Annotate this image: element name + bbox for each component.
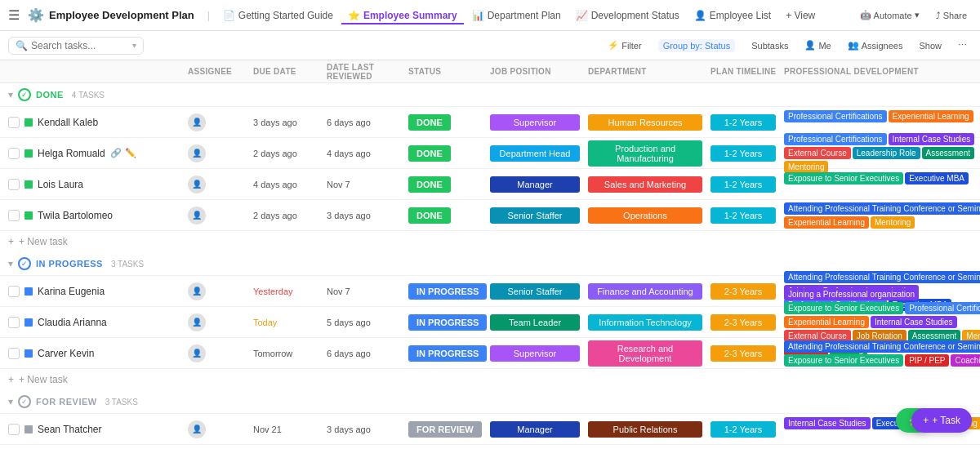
me-btn[interactable]: 👤 Me <box>800 38 835 53</box>
task-assignee: 👤 <box>188 207 253 224</box>
prodev-tag: Attending Professional Training Conferen… <box>784 271 980 283</box>
avatar: 👤 <box>188 345 206 362</box>
task-checkbox[interactable] <box>8 148 20 159</box>
dept-badge: Research and Development <box>588 340 702 367</box>
share-icon: ⤴ <box>936 11 941 20</box>
assignees-btn[interactable]: 👥 Assignees <box>843 38 908 53</box>
table-row[interactable]: Carver Kevin 👤 Tomorrow 6 days ago IN PR… <box>0 338 980 369</box>
more-options-btn[interactable]: ⋯ <box>953 38 972 53</box>
table-row[interactable]: Helga Romuald 🔗✏️ 👤 2 days ago 4 days ag… <box>0 138 980 169</box>
automate-icon: 🤖 <box>860 10 871 20</box>
prodev-tag: Attending Professional Training Conferen… <box>784 202 980 215</box>
job-badge: Team Leader <box>490 314 580 331</box>
col-header-job: JOB POSITION <box>490 67 588 76</box>
dept-badge: Operations <box>588 207 702 224</box>
group-by-btn[interactable]: Group by: Status <box>653 37 741 55</box>
section-toggle-icon[interactable]: ▾ <box>8 396 13 407</box>
task-assignee: 👤 <box>188 420 253 438</box>
add-view-btn[interactable]: + View <box>779 7 822 24</box>
task-name[interactable]: Kendall Kaleb <box>38 117 98 128</box>
hamburger-icon[interactable]: ☰ <box>8 7 20 23</box>
link-icon[interactable]: 🔗 <box>110 148 122 158</box>
table-row[interactable]: Twila Bartolomeo 👤 2 days ago 3 days ago… <box>0 200 980 231</box>
task-plan-timeline: 1-2 Years <box>710 145 784 162</box>
task-status: DONE <box>408 207 490 224</box>
job-badge: Manager <box>490 421 580 438</box>
col-header-prodev: PROFESSIONAL DEVELOPMENT <box>784 67 980 76</box>
section-toggle-icon[interactable]: ▾ <box>8 89 13 100</box>
section-label: DONE <box>36 90 64 100</box>
prodev-tag: Internal Case Studies <box>871 316 957 328</box>
toolbar: 🔍 ▾ ⚡ Filter Group by: Status Subtasks 👤… <box>0 31 980 60</box>
status-badge: DONE <box>408 176 451 193</box>
task-checkbox[interactable] <box>8 424 20 435</box>
task-checkbox[interactable] <box>8 179 20 190</box>
search-icon: 🔍 <box>16 40 28 51</box>
task-checkbox[interactable] <box>8 117 20 128</box>
prodev-tag: Professional Certifications <box>905 302 980 314</box>
task-professional-development: Attending Professional Training Conferen… <box>784 337 980 370</box>
task-job-position: Manager <box>490 421 588 438</box>
section-count: 4 TASKS <box>72 91 105 100</box>
task-name[interactable]: Sean Thatcher <box>38 424 102 435</box>
section-toggle-icon[interactable]: ▾ <box>8 258 13 269</box>
edit-icon[interactable]: ✏️ <box>125 148 136 158</box>
task-name[interactable]: Claudia Arianna <box>38 317 107 328</box>
task-name[interactable]: Helga Romuald <box>38 148 105 159</box>
job-badge: Supervisor <box>490 345 580 362</box>
share-btn[interactable]: ⤴ Share <box>931 8 972 23</box>
table-row[interactable]: Claudia Arianna 👤 Today 5 days ago IN PR… <box>0 307 980 338</box>
timeline-badge: 2-3 Years <box>710 283 776 300</box>
search-box[interactable]: 🔍 ▾ <box>8 37 144 55</box>
table-row[interactable]: Sean Thatcher 👤 Nov 21 3 days ago FOR RE… <box>0 414 980 445</box>
prodev-tag: Executive MBA <box>905 172 969 184</box>
add-task-btn[interactable]: ++ New task <box>0 231 980 252</box>
automate-btn[interactable]: 🤖 Automate ▾ <box>855 7 924 23</box>
add-task-fab[interactable]: + + Task <box>911 408 972 433</box>
task-checkbox[interactable] <box>8 317 20 328</box>
task-name-cell: Carver Kevin <box>8 348 188 359</box>
tab-employee-list[interactable]: 👤 Employee List <box>688 7 777 24</box>
subtasks-btn[interactable]: Subtasks <box>746 38 793 53</box>
task-job-position: Manager <box>490 176 588 193</box>
dept-badge: Production and Manufacturing <box>588 140 702 167</box>
prodev-tag: Professional Certifications <box>784 133 887 145</box>
section-forreview: ▾ ✓ FOR REVIEW 3 TASKS Sean Thatcher 👤 N… <box>0 390 980 449</box>
filter-btn[interactable]: ⚡ Filter <box>603 38 646 53</box>
task-checkbox[interactable] <box>8 286 20 297</box>
col-header-due: DUE DATE <box>253 67 327 76</box>
task-checkbox[interactable] <box>8 210 20 221</box>
section-header-done[interactable]: ▾ ✓ DONE 4 TASKS <box>0 83 980 107</box>
table-row[interactable]: Lois Laura 👤 4 days ago Nov 7 DONE Manag… <box>0 169 980 200</box>
task-name-cell: Lois Laura <box>8 179 188 190</box>
timeline-badge: 1-2 Years <box>710 207 776 224</box>
task-name[interactable]: Carver Kevin <box>38 348 94 359</box>
avatar: 👤 <box>188 282 206 300</box>
task-name[interactable]: Lois Laura <box>38 179 83 190</box>
search-input[interactable] <box>31 40 129 51</box>
tab-getting-started[interactable]: 📄 Getting Started Guide <box>216 7 340 24</box>
prodev-tag: Mentoring <box>871 216 915 229</box>
show-btn[interactable]: Show <box>914 38 947 53</box>
task-department: Production and Manufacturing <box>588 140 710 167</box>
task-name[interactable]: Karina Eugenia <box>38 286 105 297</box>
task-color-indicator <box>24 349 33 358</box>
add-task-btn[interactable]: ++ New task <box>0 369 980 390</box>
task-plan-timeline: 1-2 Years <box>710 207 784 224</box>
task-status: DONE <box>408 114 490 131</box>
task-name[interactable]: Twila Bartolomeo <box>38 210 113 221</box>
task-job-position: Senior Staffer <box>490 283 588 300</box>
prodev-tag: External Course <box>784 147 851 159</box>
tab-employee-summary[interactable]: ⭐ Employee Summary <box>341 7 464 24</box>
col-header-status: STATUS <box>408 67 490 76</box>
section-header-forreview[interactable]: ▾ ✓ FOR REVIEW 3 TASKS <box>0 390 980 414</box>
status-badge: IN PROGRESS <box>408 314 487 331</box>
task-checkbox[interactable] <box>8 348 20 359</box>
task-department: Human Resources <box>588 114 710 131</box>
tab-department-plan[interactable]: 📊 Department Plan <box>466 7 568 24</box>
prodev-tag: Exposure to Senior Executives <box>784 302 903 314</box>
timeline-badge: 1-2 Years <box>710 421 776 438</box>
add-task-btn[interactable]: ++ New task <box>0 445 980 449</box>
dept-badge: Public Relations <box>588 421 702 438</box>
tab-development-status[interactable]: 📈 Development Status <box>569 7 686 24</box>
